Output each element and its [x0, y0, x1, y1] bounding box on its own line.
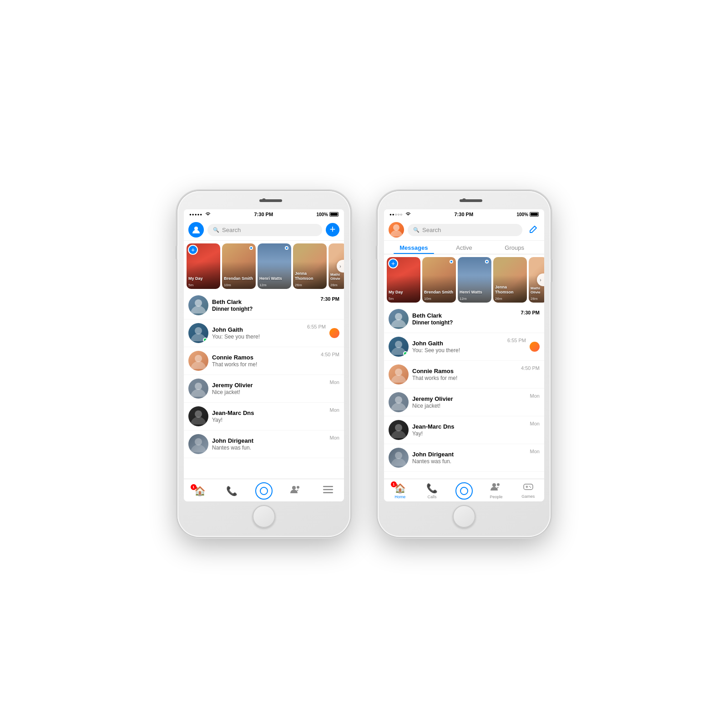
avatar-beth-new — [389, 309, 409, 329]
message-item-connie-old[interactable]: Connie Ramos That works for me! 4:50 PM — [184, 347, 344, 375]
message-item-johndir-old[interactable]: John Dirigeant Nantes was fun. Mon — [184, 430, 344, 458]
battery-icon — [329, 212, 339, 217]
message-item-johndir-new[interactable]: John Dirigeant Nantes was fun. Mon — [384, 444, 544, 472]
msg-name-johndir-old: John Dirigeant — [212, 437, 326, 444]
story-brendan-new[interactable]: Brendan Smith 10m — [422, 257, 456, 303]
msg-time-john-new: 6:55 PM — [507, 338, 526, 343]
nav-games-label-new: Games — [521, 494, 535, 499]
svg-point-21 — [492, 483, 496, 487]
story-label-henri: Henri Watts — [258, 274, 291, 283]
avatar-john-old — [188, 323, 208, 343]
svg-point-15 — [395, 341, 402, 348]
nav-camera-new[interactable] — [448, 482, 480, 500]
tab-active-new[interactable]: Active — [439, 241, 490, 254]
msg-name-jeremy-new: Jeremy Olivier — [412, 395, 526, 402]
msg-content-john-new: John Gaith You: See you there! — [412, 340, 504, 354]
message-item-connie-new[interactable]: Connie Ramos That works for me! 4:50 PM — [384, 361, 544, 389]
msg-preview-connie-new: That works for me! — [412, 375, 517, 381]
nav-people-old[interactable] — [280, 485, 312, 496]
message-item-beth-new[interactable]: Beth Clark Dinner tonight? 7:30 PM — [384, 305, 544, 333]
camera-btn-old[interactable] — [255, 482, 273, 500]
home-button-old[interactable] — [253, 505, 275, 528]
story-label-brendan: Brendan Smith — [222, 274, 256, 283]
message-item-john-new[interactable]: John Gaith You: See you there! 6:55 PM — [384, 333, 544, 361]
tab-groups-new[interactable]: Groups — [489, 241, 540, 254]
signal-dots: ●●●●● — [189, 212, 202, 217]
svg-rect-10 — [323, 486, 333, 487]
message-list-new: Beth Clark Dinner tonight? 7:30 PM John … — [384, 305, 544, 479]
msg-preview-john-old: You: See you there! — [212, 334, 303, 340]
edit-button-new[interactable] — [526, 223, 540, 237]
nav-people-new[interactable]: People — [480, 482, 512, 499]
story-henri-new[interactable]: Henri Watts 12m — [458, 257, 491, 303]
msg-content-beth-new: Beth Clark Dinner tonight? — [412, 312, 517, 326]
svg-point-18 — [395, 424, 402, 431]
tab-messages-new[interactable]: Messages — [389, 241, 439, 254]
msg-time-jeremy-old: Mon — [330, 379, 339, 385]
search-icon-old: 🔍 — [213, 227, 219, 233]
svg-point-19 — [395, 452, 402, 459]
nav-camera-old[interactable] — [248, 482, 280, 500]
avatar-jeanmarc-old — [188, 406, 208, 426]
msg-time-beth-new: 7:30 PM — [521, 310, 540, 315]
msg-name-johndir-new: John Dirigeant — [412, 451, 526, 458]
msg-read-john-new — [530, 342, 540, 352]
nav-games-new[interactable]: Games — [512, 483, 544, 499]
story-my-day-new[interactable]: + My Day 5m — [387, 257, 420, 303]
msg-content-johndir-old: John Dirigeant Nantes was fun. — [212, 437, 326, 451]
message-item-jeremy-new[interactable]: Jeremy Olivier Nice jacket! Mon — [384, 389, 544, 416]
status-time-new: 7:30 PM — [455, 212, 474, 217]
message-item-jeanmarc-new[interactable]: Jean-Marc Dns Yay! Mon — [384, 416, 544, 444]
story-brendan-old[interactable]: Brendan Smith 10m — [222, 243, 256, 289]
msg-name-connie-new: Connie Ramos — [412, 368, 517, 374]
story-label-mathi-new: Mathi Olivie — [529, 284, 544, 297]
msg-time-jeanmarc-old: Mon — [330, 407, 339, 413]
msg-preview-beth-old: Dinner tonight? — [212, 306, 317, 312]
msg-name-jeanmarc-new: Jean-Marc Dns — [412, 423, 526, 430]
add-button-old[interactable]: + — [326, 223, 339, 237]
battery-pct-new: 100% — [516, 212, 528, 217]
svg-point-8 — [292, 486, 296, 490]
search-placeholder-old: Search — [222, 227, 241, 233]
nav-menu-old[interactable] — [312, 485, 344, 496]
search-bar-old[interactable]: 🔍 Search — [207, 224, 322, 236]
user-avatar-new[interactable] — [389, 222, 404, 238]
search-placeholder-new: Search — [422, 227, 441, 233]
nav-badge-old: 1 — [191, 484, 197, 490]
phone-bottom-old — [184, 501, 344, 531]
people-icon-new — [490, 482, 501, 494]
user-avatar-old[interactable] — [188, 222, 204, 238]
svg-point-6 — [195, 438, 202, 445]
stories-row-old: + My Day 5m Brendan Smith 10m — [184, 241, 344, 292]
svg-point-26 — [529, 486, 530, 487]
story-jenna-old[interactable]: Jenna Thomson 26m — [293, 243, 327, 289]
msg-time-johndir-old: Mon — [330, 435, 339, 440]
signal-area: ●●●●● — [189, 212, 211, 217]
search-bar-new[interactable]: 🔍 Search — [408, 224, 522, 236]
camera-btn-new[interactable] — [455, 482, 473, 500]
online-dot-john-new — [403, 351, 408, 356]
msg-content-jeremy-new: Jeremy Olivier Nice jacket! — [412, 395, 526, 409]
nav-home-new[interactable]: 🏠 1 Home — [384, 483, 416, 499]
nav-calls-old[interactable]: 📞 — [216, 485, 248, 496]
message-item-john-old[interactable]: John Gaith You: See you there! 6:55 PM — [184, 319, 344, 347]
msg-preview-jeanmarc-new: Yay! — [412, 430, 526, 437]
story-time-my-day: 5m — [187, 283, 220, 289]
speaker-grill — [259, 199, 282, 202]
story-dot-brendan — [249, 246, 253, 250]
message-item-jeremy-old[interactable]: Jeremy Olivier Nice jacket! Mon — [184, 375, 344, 403]
message-item-jeanmarc-old[interactable]: Jean-Marc Dns Yay! Mon — [184, 403, 344, 430]
nav-home-old[interactable]: 🏠 1 — [184, 485, 216, 496]
home-button-new[interactable] — [453, 505, 475, 528]
stories-row-new: + My Day 5m Brendan Smith 10m — [384, 254, 544, 305]
story-henri-old[interactable]: Henri Watts 12m — [258, 243, 291, 289]
story-jenna-new[interactable]: Jenna Thomson 26m — [493, 257, 527, 303]
message-item-beth-old[interactable]: Beth Clark Dinner tonight? 7:30 PM — [184, 292, 344, 319]
msg-preview-johndir-new: Nantes was fun. — [412, 458, 526, 465]
nav-calls-new[interactable]: 📞 Calls — [416, 483, 448, 499]
story-my-day-old[interactable]: + My Day 5m — [187, 243, 220, 289]
msg-time-connie-new: 4:50 PM — [521, 365, 540, 371]
msg-time-johndir-new: Mon — [530, 449, 540, 454]
msg-name-john-old: John Gaith — [212, 326, 303, 333]
bottom-nav-old: 🏠 1 📞 — [184, 479, 344, 501]
